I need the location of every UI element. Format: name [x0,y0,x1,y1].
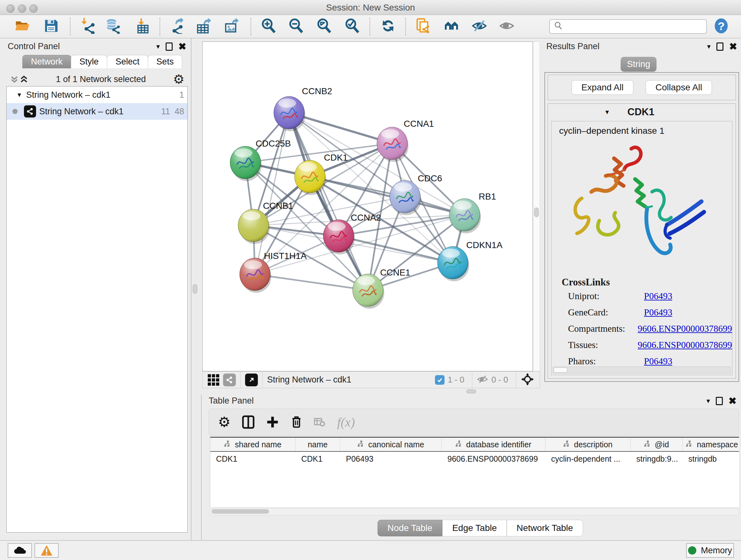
gene-expander-icon[interactable]: ▾ [605,108,609,116]
gene-box-scrollbar[interactable] [553,367,731,374]
cloud-status-button[interactable] [8,543,32,558]
network-label: String Network – cdk1 [39,107,157,117]
zoom-fit-button[interactable] [316,18,333,35]
network-node-cdkn1a[interactable]: CDKN1A [437,240,502,281]
tab-network[interactable]: Network [22,55,71,68]
import-network-file-button[interactable] [78,18,95,35]
node-table[interactable]: shared namenamecanonical namedatabase id… [210,437,739,507]
network-node-ccnb2[interactable]: CCNB2 [274,86,332,131]
tab-network-table[interactable]: Network Table [507,520,583,537]
apply-layout-button[interactable] [380,18,396,35]
results-close-icon[interactable]: ✖ [729,42,737,51]
zoom-in-button[interactable] [260,18,277,35]
network-edge[interactable] [255,274,368,290]
table-cell[interactable]: cyclin-dependent ... [545,452,630,466]
crosslink-link[interactable]: 9606.ENSP00000378699 [637,340,732,350]
memory-button[interactable]: Memory [686,543,734,558]
export-network-button[interactable] [169,18,185,35]
results-float-icon[interactable] [717,43,724,51]
clone-network-button[interactable] [415,18,431,35]
table-cell[interactable]: CDK1 [210,452,295,466]
tab-node-table[interactable]: Node Table [378,520,442,537]
column-header-name[interactable]: name [295,438,340,451]
network-edge[interactable] [289,113,368,290]
crosslink-link[interactable]: P06493 [644,307,672,318]
collection-expander-icon[interactable]: ▾ [17,91,21,99]
collapse-all-button[interactable]: Collapse All [646,80,712,95]
show-columns-icon[interactable] [242,415,255,429]
network-bullet-icon [12,109,17,114]
crosslink-link[interactable]: P06493 [644,356,672,367]
network-node-cdc6[interactable]: CDC6 [390,173,442,215]
toolbar-search[interactable] [549,19,707,34]
export-image-button[interactable] [223,18,240,35]
table-float-icon[interactable] [716,397,723,405]
column-header--id[interactable]: @id [630,438,683,451]
warnings-button[interactable] [35,543,59,558]
table-cell[interactable]: P06493 [340,452,442,466]
table-row[interactable]: CDK1CDK1P064939606.ENSP00000378699cyclin… [210,452,739,466]
table-hscrollbar[interactable] [210,508,739,515]
right-splitter-handle[interactable] [534,207,539,217]
first-neighbors-button[interactable] [444,18,460,35]
delete-column-trash-icon[interactable] [290,415,302,429]
network-collection-row[interactable]: ▾ String Network – cdk1 1 [7,86,187,103]
table-cell[interactable]: CDK1 [295,452,340,466]
table-cell[interactable]: 9606.ENSP00000378699 [442,452,545,466]
import-network-icon [79,18,95,35]
column-header-shared-name[interactable]: shared name [210,438,295,451]
expand-all-networks-icon[interactable] [10,74,19,84]
open-session-button[interactable] [14,18,30,35]
crosslink-row: Uniprot:P06493 [551,288,732,304]
add-column-icon[interactable] [266,415,279,429]
table-cell[interactable]: stringdb:9... [630,452,683,466]
panel-menu-icon[interactable]: ▾ [156,43,160,51]
results-menu-icon[interactable]: ▾ [707,43,711,51]
zoom-out-button[interactable] [288,18,305,35]
fit-content-crosshair-icon[interactable] [521,372,535,388]
tab-style[interactable]: Style [71,55,107,68]
close-panel-icon[interactable]: ✖ [179,42,186,51]
network-options-gear-icon[interactable]: ⚙ [173,73,185,85]
search-input[interactable] [563,22,697,32]
results-tab-string[interactable]: String [621,57,657,71]
network-node-ccna1[interactable]: CCNA1 [377,119,434,162]
network-canvas[interactable]: CCNB2CCNA1CDC25BCDK1CDC6RB1CCNB1CCNA2CDK… [202,42,533,371]
network-node-hist1h1a[interactable]: HIST1H1A [240,251,307,293]
selected-nodes-checkbox-icon[interactable] [435,375,445,385]
show-all-button[interactable] [498,18,515,35]
tab-select[interactable]: Select [107,55,148,68]
network-row[interactable]: String Network – cdk1 11 48 [7,103,187,120]
collapse-all-networks-icon[interactable] [19,74,29,84]
column-header-namespace[interactable]: namespace [683,438,739,451]
main-toolbar: ? [0,15,741,38]
tab-sets[interactable]: Sets [148,55,182,68]
network-graph[interactable]: CCNB2CCNA1CDC25BCDK1CDC6RB1CCNB1CCNA2CDK… [203,42,533,371]
share-view-icon[interactable] [223,374,236,386]
table-menu-icon[interactable]: ▾ [706,397,710,405]
help-button[interactable]: ? [713,18,730,35]
export-table-button[interactable] [195,18,212,35]
crosslink-link[interactable]: 9606.ENSP00000378699 [637,323,732,334]
import-table-button[interactable] [135,18,151,35]
network-node-rb1[interactable]: RB1 [449,192,496,233]
table-close-icon[interactable]: ✖ [729,396,737,406]
zoom-selected-button[interactable] [344,18,360,35]
column-header-canonical-name[interactable]: canonical name [340,438,442,451]
expand-all-button[interactable]: Expand All [571,80,633,95]
detach-view-icon[interactable] [245,374,258,386]
save-session-button[interactable] [43,18,59,35]
column-header-database-identifier[interactable]: database identifier [442,438,545,451]
hide-selected-button[interactable] [471,18,488,35]
left-splitter-handle[interactable] [193,284,197,294]
float-panel-icon[interactable] [165,43,173,51]
bottom-splitter-handle[interactable] [467,389,476,393]
crosslink-link[interactable]: P06493 [644,291,672,301]
table-cell[interactable]: stringdb [683,452,739,466]
column-header-description[interactable]: description [545,438,630,451]
canvas-right-scrollbar[interactable] [533,42,540,371]
tab-edge-table[interactable]: Edge Table [442,520,507,537]
import-network-database-button[interactable] [105,18,121,35]
grid-view-icon[interactable] [208,374,219,386]
table-settings-gear-icon[interactable]: ⚙ [218,415,230,429]
